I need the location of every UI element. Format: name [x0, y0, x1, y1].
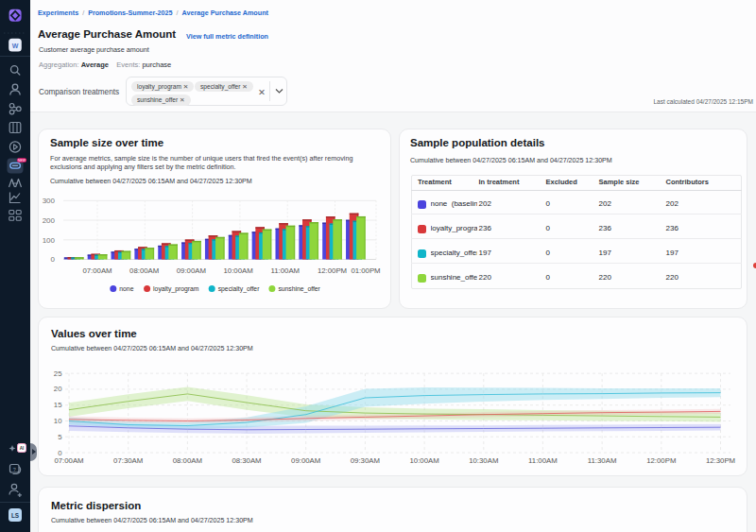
svg-text:10:00AM: 10:00AM	[223, 266, 252, 275]
svg-text:09:00AM: 09:00AM	[177, 266, 206, 275]
svg-text:11:30AM: 11:30AM	[588, 456, 617, 465]
svg-text:specialty_offer: specialty_offer	[218, 285, 260, 293]
svg-text:10:00AM: 10:00AM	[409, 456, 438, 465]
svg-text:08:00AM: 08:00AM	[173, 456, 202, 465]
svg-text:07:00AM: 07:00AM	[54, 456, 83, 465]
svg-text:01:00PM: 01:00PM	[351, 266, 380, 275]
svg-text:09:00AM: 09:00AM	[291, 456, 320, 465]
svg-text:20: 20	[54, 385, 62, 393]
svg-text:08:30AM: 08:30AM	[232, 456, 261, 465]
svg-text:300: 300	[43, 197, 56, 205]
svg-text:11:00AM: 11:00AM	[528, 456, 558, 465]
svg-text:5: 5	[58, 433, 62, 441]
svg-text:none: none	[119, 285, 133, 292]
svg-text:10:30AM: 10:30AM	[469, 456, 498, 465]
svg-text:09:30AM: 09:30AM	[351, 456, 380, 465]
svg-text:sunshine_offer: sunshine_offer	[278, 285, 320, 293]
svg-text:0: 0	[51, 255, 56, 264]
svg-text:12:00PM: 12:00PM	[646, 456, 676, 465]
svg-text:08:00AM: 08:00AM	[129, 266, 159, 275]
svg-text:10: 10	[54, 417, 62, 425]
svg-text:15: 15	[54, 401, 62, 409]
svg-text:100: 100	[43, 236, 56, 245]
svg-text:12:30PM: 12:30PM	[706, 456, 735, 465]
svg-text:?: ?	[13, 467, 16, 472]
svg-text:11:00AM: 11:00AM	[270, 266, 300, 275]
svg-text:AI: AI	[20, 446, 25, 451]
svg-text:NEW: NEW	[18, 159, 26, 163]
svg-text:12:00PM: 12:00PM	[318, 266, 347, 275]
svg-text:25: 25	[54, 369, 62, 378]
svg-text:200: 200	[43, 216, 56, 225]
svg-text:W: W	[12, 43, 19, 49]
svg-text:LS: LS	[11, 512, 20, 519]
svg-text:07:00AM: 07:00AM	[82, 266, 112, 275]
svg-text:07:30AM: 07:30AM	[113, 456, 143, 465]
svg-text:loyalty_program: loyalty_program	[153, 285, 199, 293]
